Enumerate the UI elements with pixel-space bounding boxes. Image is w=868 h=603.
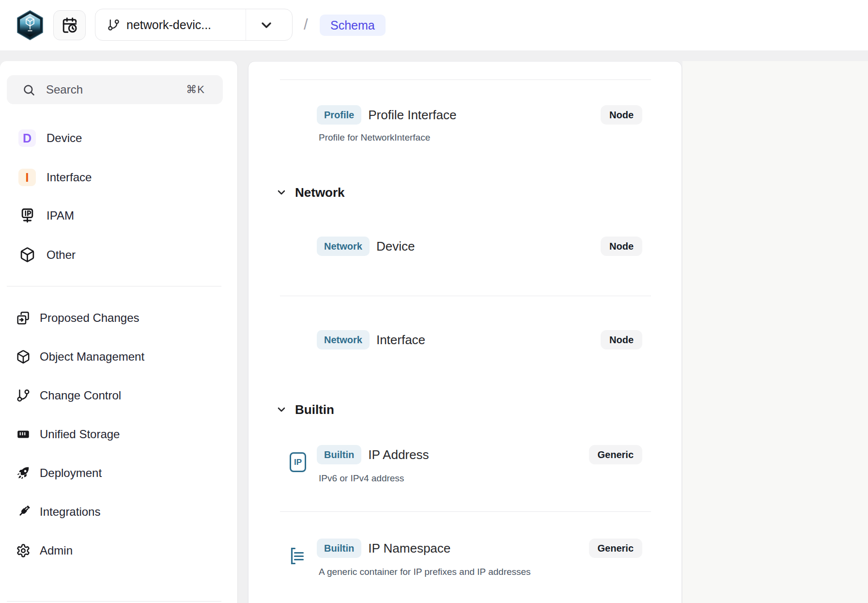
ip-sign-icon	[19, 207, 35, 223]
infrahub-logo-icon	[16, 10, 44, 40]
section-label: Network	[295, 185, 345, 200]
sidebar-item-label: IPAM	[46, 209, 74, 222]
sidebar-item-label: Deployment	[40, 466, 102, 480]
section-header-builtin[interactable]: Builtin	[276, 400, 334, 419]
sidebar-item-other[interactable]: Other	[0, 241, 238, 269]
sidebar-item-label: Object Management	[40, 350, 144, 364]
sidebar-item-integrations[interactable]: Integrations	[0, 500, 238, 524]
detail-pane-empty	[682, 61, 868, 603]
time-travel-button[interactable]	[53, 10, 86, 40]
namespace-badge: Builtin	[317, 539, 361, 558]
section-header-network[interactable]: Network	[276, 183, 345, 202]
app-root: network-devic... / Schema Search ⌘K D De…	[0, 0, 868, 603]
schema-row-ip-namespace[interactable]: Builtin IP Namespace	[317, 539, 450, 558]
kind-badge: Generic	[589, 539, 642, 558]
search-icon	[22, 83, 35, 96]
namespace-badge: Profile	[317, 105, 361, 125]
schema-row-ip-address[interactable]: Builtin IP Address	[317, 445, 429, 464]
sidebar-item-interface[interactable]: I Interface	[0, 164, 238, 191]
list-divider	[280, 296, 651, 296]
namespace-badge: Network	[317, 237, 370, 256]
sidebar-item-label: Interface	[46, 171, 92, 184]
search-input[interactable]: Search ⌘K	[7, 75, 223, 104]
schema-row-title: Device	[376, 239, 415, 254]
kind-badge: Node	[601, 105, 642, 125]
schema-row-title: IP Namespace	[368, 541, 450, 556]
sidebar-bottom-divider	[7, 601, 221, 602]
schema-row-network-interface[interactable]: Network Interface	[317, 330, 425, 349]
search-placeholder: Search	[46, 83, 83, 96]
chevron-down-icon	[276, 404, 287, 415]
sidebar-item-label: Device	[46, 131, 82, 145]
kind-badge: Generic	[589, 445, 642, 464]
sidebar-item-label: Change Control	[40, 389, 121, 402]
branch-selector[interactable]: network-devic...	[95, 9, 293, 41]
cube-icon	[19, 247, 35, 263]
sidebar-item-deployment[interactable]: Deployment	[0, 461, 238, 485]
cube-icon	[16, 349, 31, 364]
rocket-icon	[16, 466, 31, 480]
sidebar-item-device[interactable]: D Device	[0, 125, 238, 152]
schema-row-description: A generic container for IP prefixes and …	[319, 567, 531, 577]
kind-badge: Node	[601, 237, 642, 256]
list-divider	[280, 511, 651, 512]
breadcrumb-separator: /	[304, 16, 308, 33]
sidebar-item-label: Unified Storage	[40, 428, 120, 441]
branch-selector-divider	[246, 9, 246, 40]
storage-rack-icon	[16, 427, 31, 442]
sidebar-item-label: Other	[46, 248, 76, 262]
kind-badge: Node	[601, 330, 642, 349]
app-logo[interactable]	[16, 10, 44, 40]
breadcrumb-schema-link[interactable]: Schema	[320, 15, 386, 36]
chevron-down-icon	[259, 17, 274, 33]
sidebar-item-ipam[interactable]: IPAM	[0, 202, 238, 229]
search-shortcut: ⌘K	[186, 83, 205, 96]
proposed-changes-icon	[16, 311, 31, 325]
plug-icon	[16, 505, 31, 519]
sidebar-item-admin[interactable]: Admin	[0, 539, 238, 562]
sidebar-item-change-control[interactable]: Change Control	[0, 384, 238, 407]
git-branch-icon	[16, 388, 31, 403]
chevron-down-icon	[276, 187, 287, 198]
section-label: Builtin	[295, 402, 334, 417]
calendar-clock-icon	[62, 17, 78, 33]
interface-initial-icon: I	[18, 169, 36, 186]
top-header: network-devic... / Schema	[0, 0, 868, 50]
sidebar: Search ⌘K D Device I Interface IPAM	[0, 61, 238, 603]
sidebar-item-label: Proposed Changes	[40, 311, 139, 325]
sidebar-divider	[7, 286, 221, 286]
sidebar-item-object-management[interactable]: Object Management	[0, 345, 238, 368]
branch-selector-label: network-devic...	[126, 18, 211, 32]
schema-row-network-device[interactable]: Network Device	[317, 237, 415, 256]
schema-row-description: Profile for NetworkInterface	[319, 132, 430, 143]
schema-row-title: Profile Interface	[368, 108, 456, 123]
device-initial-icon: D	[18, 129, 36, 147]
schema-row-description: IPv6 or IPv4 address	[319, 473, 404, 484]
namespace-badge: Builtin	[317, 445, 361, 464]
schema-list-panel: Profile Profile Interface Node Profile f…	[248, 61, 682, 603]
schema-row-profile-interface[interactable]: Profile Profile Interface	[317, 105, 456, 125]
namespace-badge: Network	[317, 330, 370, 349]
sidebar-item-label: Integrations	[40, 505, 100, 519]
ip-namespace-icon	[290, 546, 306, 566]
list-divider	[280, 79, 651, 80]
schema-row-title: Interface	[376, 333, 425, 348]
ip-address-icon: IP	[290, 452, 306, 472]
sidebar-item-unified-storage[interactable]: Unified Storage	[0, 423, 238, 446]
gear-icon	[16, 543, 31, 558]
schema-row-title: IP Address	[368, 447, 429, 462]
git-branch-icon	[107, 18, 120, 32]
sidebar-item-label: Admin	[40, 544, 73, 557]
sidebar-item-proposed-changes[interactable]: Proposed Changes	[0, 306, 238, 330]
